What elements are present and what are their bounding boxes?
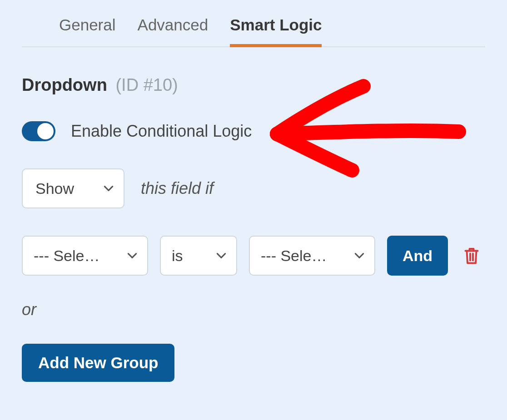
chevron-down-icon [353, 250, 365, 262]
rule-row: --- Sele… is --- Sele… And [0, 208, 507, 276]
action-suffix-text: this field if [141, 179, 214, 198]
field-name: Dropdown [22, 75, 107, 94]
trash-icon [463, 247, 480, 265]
rule-operator-value: is [172, 247, 183, 265]
rule-operator-select[interactable]: is [160, 236, 237, 276]
enable-conditional-logic-toggle[interactable] [22, 121, 55, 141]
tab-smart-logic[interactable]: Smart Logic [230, 16, 322, 47]
chevron-down-icon [126, 250, 138, 262]
chevron-down-icon [103, 183, 114, 194]
tab-general[interactable]: General [59, 16, 116, 47]
enable-conditional-logic-row: Enable Conditional Logic [0, 95, 507, 141]
and-button[interactable]: And [387, 236, 448, 276]
toggle-knob [37, 123, 54, 139]
field-title: Dropdown (ID #10) [0, 47, 507, 95]
rule-field-value: --- Sele… [34, 247, 99, 265]
field-id-label: (ID #10) [115, 75, 178, 94]
action-select-value: Show [35, 180, 74, 198]
add-new-group-button[interactable]: Add New Group [22, 344, 174, 382]
delete-rule-button[interactable] [463, 247, 480, 265]
or-label: or [0, 276, 507, 319]
tab-advanced[interactable]: Advanced [138, 16, 209, 47]
action-row: Show this field if [0, 141, 507, 208]
chevron-down-icon [215, 250, 227, 262]
enable-conditional-logic-label: Enable Conditional Logic [71, 122, 252, 141]
action-select[interactable]: Show [22, 168, 124, 208]
rule-field-select[interactable]: --- Sele… [22, 236, 148, 276]
rule-value-value: --- Sele… [261, 247, 327, 265]
tabs-bar: General Advanced Smart Logic [22, 0, 485, 47]
rule-value-select[interactable]: --- Sele… [249, 236, 375, 276]
